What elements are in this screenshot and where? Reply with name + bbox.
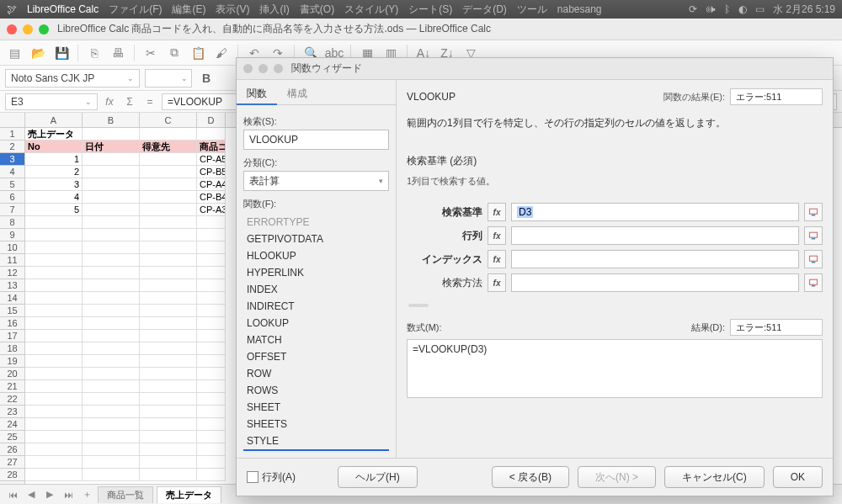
cell[interactable] [83, 178, 140, 191]
brush-icon[interactable]: 🖌 [212, 44, 231, 62]
row-header[interactable]: 8 [0, 216, 24, 229]
cell[interactable]: 日付 [83, 141, 140, 153]
cell[interactable] [140, 330, 197, 342]
col-header[interactable]: B [83, 113, 140, 128]
cell[interactable]: CP-B5 [197, 166, 226, 178]
cell[interactable] [83, 431, 140, 443]
cell[interactable] [83, 279, 140, 292]
export-icon[interactable]: ⎘ [85, 44, 104, 62]
cell[interactable] [140, 431, 197, 443]
cell[interactable] [197, 456, 226, 469]
row-header[interactable]: 24 [0, 418, 24, 431]
cell[interactable]: 得意先 [140, 141, 197, 153]
cell[interactable] [140, 355, 197, 368]
menu-style[interactable]: スタイル(Y) [344, 3, 398, 17]
fx-icon[interactable]: fx [488, 273, 506, 292]
next-button[interactable]: 次へ(N) > [578, 466, 656, 488]
cell[interactable] [140, 254, 197, 267]
shrink-icon[interactable] [804, 250, 823, 268]
cell[interactable] [197, 368, 226, 380]
dialog-minimize[interactable] [258, 64, 268, 73]
paste-icon[interactable]: 📋 [189, 44, 207, 62]
fx-icon[interactable]: fx [488, 203, 506, 221]
row-header[interactable]: 18 [0, 342, 24, 355]
cell[interactable] [83, 292, 140, 305]
cell[interactable] [25, 305, 83, 317]
cell[interactable] [25, 279, 83, 292]
array-checkbox[interactable]: 行列(A) [247, 470, 296, 485]
cell[interactable] [25, 292, 83, 305]
cell[interactable] [25, 254, 83, 267]
name-box[interactable]: E3 ⌄ [5, 93, 98, 110]
cell[interactable]: CP-A4 [197, 178, 226, 191]
cell[interactable] [25, 406, 83, 418]
font-size-select[interactable]: ⌄ [145, 69, 192, 88]
save-icon[interactable]: 💾 [52, 44, 71, 62]
help-button[interactable]: ヘルプ(H) [338, 466, 418, 488]
cell[interactable] [83, 153, 140, 166]
cell[interactable] [25, 456, 83, 469]
cell[interactable] [140, 204, 197, 216]
function-list-item[interactable]: LOOKUP [243, 315, 389, 332]
cell[interactable] [140, 342, 197, 355]
cell[interactable] [140, 380, 197, 393]
row-header[interactable]: 3 [0, 153, 24, 166]
row-header[interactable]: 17 [0, 330, 24, 342]
cell[interactable] [140, 229, 197, 241]
bold-icon[interactable]: B [197, 69, 216, 88]
arg-input[interactable] [511, 226, 799, 245]
cell[interactable] [83, 191, 140, 204]
row-header[interactable]: 26 [0, 443, 24, 456]
menu-sheet[interactable]: シート(S) [408, 3, 452, 17]
row-header[interactable]: 12 [0, 267, 24, 279]
print-icon[interactable]: 🖶 [109, 44, 127, 62]
cell[interactable] [83, 229, 140, 241]
cell[interactable] [25, 216, 83, 229]
back-button[interactable]: < 戻る(B) [492, 466, 569, 488]
cell[interactable] [83, 368, 140, 380]
row-header[interactable]: 25 [0, 431, 24, 443]
shrink-icon[interactable] [804, 203, 823, 221]
cell[interactable] [140, 241, 197, 254]
function-list-item[interactable]: SHEETS [243, 416, 389, 432]
cell[interactable] [197, 216, 226, 229]
menu-user[interactable]: nabesang [557, 3, 602, 15]
menu-insert[interactable]: 挿入(I) [259, 3, 289, 17]
resize-handle[interactable] [408, 304, 429, 307]
cell[interactable]: CP-A3 [197, 204, 226, 216]
function-list-item[interactable]: STYLE [243, 432, 389, 449]
row-header[interactable]: 16 [0, 317, 24, 330]
cell[interactable] [197, 317, 226, 330]
dialog-close[interactable] [243, 64, 253, 73]
app-menu[interactable]: LibreOffice Calc [27, 3, 99, 15]
ok-button[interactable]: OK [773, 466, 823, 488]
maximize-window[interactable] [39, 24, 49, 34]
cell[interactable] [25, 431, 83, 443]
menu-edit[interactable]: 編集(E) [172, 3, 205, 17]
cell[interactable] [140, 456, 197, 469]
row-header[interactable]: 22 [0, 393, 24, 406]
function-list-item[interactable]: ROW [243, 365, 389, 382]
function-list-item[interactable]: SHEET [243, 399, 389, 416]
cell[interactable] [140, 305, 197, 317]
row-header[interactable]: 15 [0, 305, 24, 317]
col-header[interactable]: A [25, 113, 83, 128]
cell[interactable] [197, 254, 226, 267]
cell[interactable] [83, 469, 140, 481]
cell[interactable] [83, 443, 140, 456]
cell[interactable] [140, 279, 197, 292]
menu-file[interactable]: ファイル(F) [109, 3, 162, 17]
cell[interactable] [83, 330, 140, 342]
cell[interactable] [25, 267, 83, 279]
menu-tool[interactable]: ツール [517, 3, 547, 17]
cell[interactable] [83, 216, 140, 229]
cell[interactable] [83, 128, 140, 141]
cell[interactable] [83, 241, 140, 254]
row-header[interactable]: 27 [0, 456, 24, 469]
close-window[interactable] [7, 24, 17, 34]
cell[interactable] [25, 418, 83, 431]
cell[interactable] [197, 380, 226, 393]
arg-input[interactable]: D3 [511, 203, 799, 221]
row-header[interactable]: 5 [0, 178, 24, 191]
equals-icon[interactable]: = [141, 93, 158, 110]
